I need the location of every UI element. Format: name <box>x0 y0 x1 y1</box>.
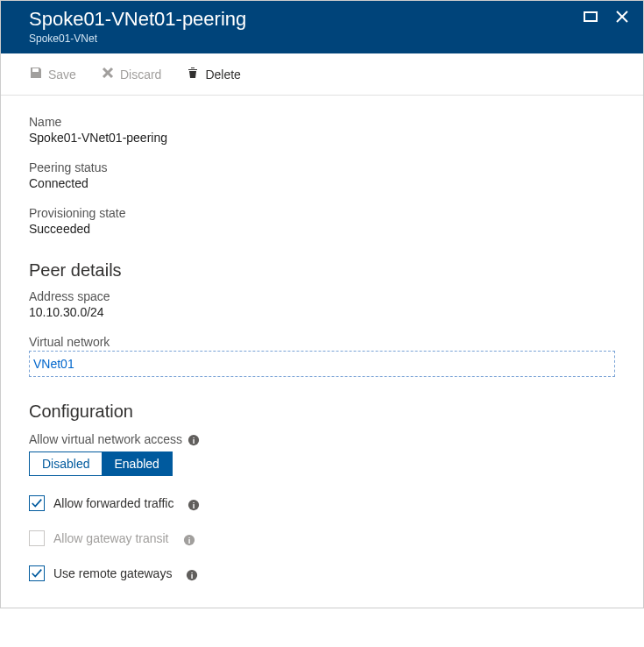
info-icon[interactable]: i <box>186 569 198 581</box>
close-icon[interactable] <box>615 10 629 26</box>
allow-vnet-access-toggle[interactable]: Disabled Enabled <box>29 451 173 476</box>
use-remote-checkbox[interactable] <box>29 565 45 581</box>
peer-details-heading: Peer details <box>29 260 615 281</box>
info-icon[interactable]: i <box>188 499 200 511</box>
discard-label: Discard <box>120 68 161 82</box>
peering-status-value: Connected <box>29 176 615 190</box>
toggle-disabled-option[interactable]: Disabled <box>30 452 102 475</box>
allow-gateway-label: Allow gateway transit <box>53 531 169 545</box>
info-icon[interactable]: i <box>188 434 200 446</box>
allow-gateway-checkbox <box>29 530 45 546</box>
address-space-value: 10.10.30.0/24 <box>29 305 615 319</box>
use-remote-gateways-row: Use remote gateways i <box>29 565 615 581</box>
delete-icon <box>186 66 200 82</box>
svg-text:i: i <box>193 501 195 510</box>
svg-text:i: i <box>191 571 194 580</box>
allow-vnet-access-label: Allow virtual network access <box>29 432 182 446</box>
name-label: Name <box>29 115 615 129</box>
allow-forwarded-label: Allow forwarded traffic <box>53 496 173 510</box>
configuration-heading: Configuration <box>29 402 615 422</box>
svg-text:i: i <box>193 436 195 445</box>
provisioning-state-value: Succeeded <box>29 222 615 236</box>
save-button[interactable]: Save <box>29 66 76 82</box>
maximize-icon[interactable] <box>584 10 598 26</box>
save-label: Save <box>48 68 76 82</box>
allow-forwarded-traffic-row: Allow forwarded traffic i <box>29 495 615 511</box>
virtual-network-link[interactable]: VNet01 <box>29 351 615 377</box>
blade-title: Spoke01-VNet01-peering <box>29 8 615 31</box>
allow-gateway-transit-row: Allow gateway transit i <box>29 530 615 546</box>
blade-subtitle: Spoke01-VNet <box>29 32 615 45</box>
blade-header: Spoke01-VNet01-peering Spoke01-VNet <box>1 1 643 53</box>
address-space-label: Address space <box>29 289 615 303</box>
provisioning-state-label: Provisioning state <box>29 206 615 220</box>
allow-forwarded-checkbox[interactable] <box>29 495 45 511</box>
use-remote-label: Use remote gateways <box>53 566 172 580</box>
virtual-network-label: Virtual network <box>29 335 615 349</box>
delete-label: Delete <box>205 68 240 82</box>
toolbar: Save Discard Delete <box>1 53 643 96</box>
info-icon[interactable]: i <box>183 534 195 546</box>
delete-button[interactable]: Delete <box>186 66 240 82</box>
discard-button[interactable]: Discard <box>101 66 161 82</box>
toggle-enabled-option[interactable]: Enabled <box>102 452 171 475</box>
save-icon <box>29 66 43 82</box>
peering-status-label: Peering status <box>29 160 615 174</box>
name-value: Spoke01-VNet01-peering <box>29 131 615 145</box>
discard-icon <box>101 66 115 82</box>
svg-text:i: i <box>188 536 190 545</box>
svg-rect-0 <box>584 12 597 21</box>
